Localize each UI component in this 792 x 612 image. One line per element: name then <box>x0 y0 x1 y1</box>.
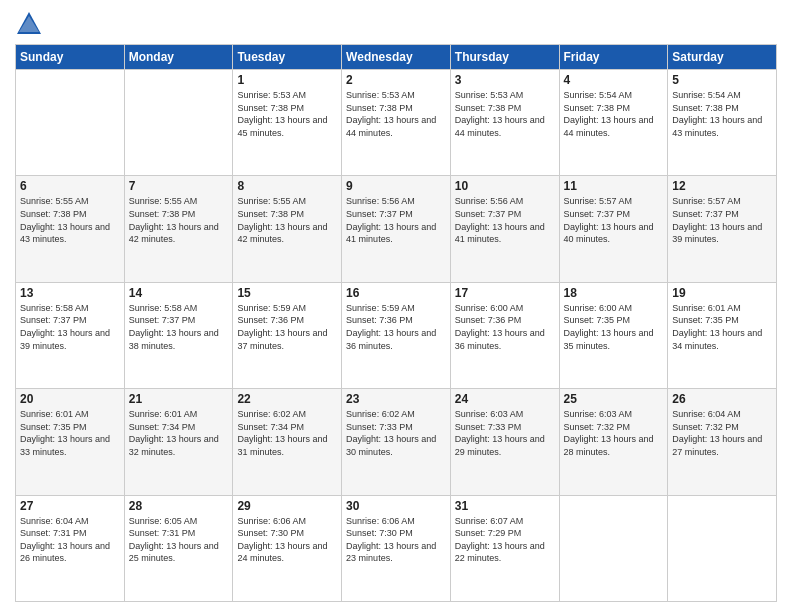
svg-marker-1 <box>19 16 39 32</box>
calendar-cell: 19Sunrise: 6:01 AM Sunset: 7:35 PM Dayli… <box>668 282 777 388</box>
day-number: 11 <box>564 179 664 193</box>
day-info: Sunrise: 6:04 AM Sunset: 7:31 PM Dayligh… <box>20 515 120 565</box>
calendar-cell: 30Sunrise: 6:06 AM Sunset: 7:30 PM Dayli… <box>342 495 451 601</box>
day-info: Sunrise: 6:07 AM Sunset: 7:29 PM Dayligh… <box>455 515 555 565</box>
day-info: Sunrise: 5:58 AM Sunset: 7:37 PM Dayligh… <box>129 302 229 352</box>
day-info: Sunrise: 6:02 AM Sunset: 7:34 PM Dayligh… <box>237 408 337 458</box>
weekday-header: Sunday <box>16 45 125 70</box>
day-number: 24 <box>455 392 555 406</box>
page: SundayMondayTuesdayWednesdayThursdayFrid… <box>0 0 792 612</box>
day-info: Sunrise: 6:02 AM Sunset: 7:33 PM Dayligh… <box>346 408 446 458</box>
calendar-cell: 14Sunrise: 5:58 AM Sunset: 7:37 PM Dayli… <box>124 282 233 388</box>
day-info: Sunrise: 5:58 AM Sunset: 7:37 PM Dayligh… <box>20 302 120 352</box>
calendar-cell: 23Sunrise: 6:02 AM Sunset: 7:33 PM Dayli… <box>342 389 451 495</box>
calendar-cell: 16Sunrise: 5:59 AM Sunset: 7:36 PM Dayli… <box>342 282 451 388</box>
calendar-week-row: 6Sunrise: 5:55 AM Sunset: 7:38 PM Daylig… <box>16 176 777 282</box>
calendar-cell: 25Sunrise: 6:03 AM Sunset: 7:32 PM Dayli… <box>559 389 668 495</box>
calendar-cell: 11Sunrise: 5:57 AM Sunset: 7:37 PM Dayli… <box>559 176 668 282</box>
calendar-cell: 17Sunrise: 6:00 AM Sunset: 7:36 PM Dayli… <box>450 282 559 388</box>
calendar-cell: 27Sunrise: 6:04 AM Sunset: 7:31 PM Dayli… <box>16 495 125 601</box>
day-number: 31 <box>455 499 555 513</box>
calendar-cell: 6Sunrise: 5:55 AM Sunset: 7:38 PM Daylig… <box>16 176 125 282</box>
day-number: 8 <box>237 179 337 193</box>
day-info: Sunrise: 5:54 AM Sunset: 7:38 PM Dayligh… <box>672 89 772 139</box>
calendar-cell <box>559 495 668 601</box>
day-info: Sunrise: 5:55 AM Sunset: 7:38 PM Dayligh… <box>129 195 229 245</box>
calendar-cell: 2Sunrise: 5:53 AM Sunset: 7:38 PM Daylig… <box>342 70 451 176</box>
calendar-cell <box>124 70 233 176</box>
day-info: Sunrise: 5:53 AM Sunset: 7:38 PM Dayligh… <box>455 89 555 139</box>
calendar-cell: 5Sunrise: 5:54 AM Sunset: 7:38 PM Daylig… <box>668 70 777 176</box>
calendar-cell: 24Sunrise: 6:03 AM Sunset: 7:33 PM Dayli… <box>450 389 559 495</box>
day-number: 6 <box>20 179 120 193</box>
logo-icon <box>15 10 43 38</box>
day-number: 13 <box>20 286 120 300</box>
day-number: 12 <box>672 179 772 193</box>
calendar-cell: 3Sunrise: 5:53 AM Sunset: 7:38 PM Daylig… <box>450 70 559 176</box>
calendar-cell: 8Sunrise: 5:55 AM Sunset: 7:38 PM Daylig… <box>233 176 342 282</box>
day-info: Sunrise: 5:59 AM Sunset: 7:36 PM Dayligh… <box>237 302 337 352</box>
day-number: 28 <box>129 499 229 513</box>
day-number: 2 <box>346 73 446 87</box>
calendar-cell: 31Sunrise: 6:07 AM Sunset: 7:29 PM Dayli… <box>450 495 559 601</box>
day-number: 20 <box>20 392 120 406</box>
weekday-header: Monday <box>124 45 233 70</box>
calendar-cell: 4Sunrise: 5:54 AM Sunset: 7:38 PM Daylig… <box>559 70 668 176</box>
day-number: 25 <box>564 392 664 406</box>
day-info: Sunrise: 6:06 AM Sunset: 7:30 PM Dayligh… <box>237 515 337 565</box>
day-info: Sunrise: 5:55 AM Sunset: 7:38 PM Dayligh… <box>237 195 337 245</box>
day-number: 23 <box>346 392 446 406</box>
day-number: 18 <box>564 286 664 300</box>
calendar-cell: 21Sunrise: 6:01 AM Sunset: 7:34 PM Dayli… <box>124 389 233 495</box>
day-info: Sunrise: 6:01 AM Sunset: 7:34 PM Dayligh… <box>129 408 229 458</box>
day-number: 3 <box>455 73 555 87</box>
day-info: Sunrise: 5:53 AM Sunset: 7:38 PM Dayligh… <box>346 89 446 139</box>
day-number: 14 <box>129 286 229 300</box>
day-number: 21 <box>129 392 229 406</box>
calendar-cell: 1Sunrise: 5:53 AM Sunset: 7:38 PM Daylig… <box>233 70 342 176</box>
day-info: Sunrise: 6:01 AM Sunset: 7:35 PM Dayligh… <box>672 302 772 352</box>
calendar-cell <box>16 70 125 176</box>
day-number: 9 <box>346 179 446 193</box>
calendar-cell: 28Sunrise: 6:05 AM Sunset: 7:31 PM Dayli… <box>124 495 233 601</box>
day-number: 29 <box>237 499 337 513</box>
day-number: 1 <box>237 73 337 87</box>
day-info: Sunrise: 5:57 AM Sunset: 7:37 PM Dayligh… <box>564 195 664 245</box>
weekday-header: Wednesday <box>342 45 451 70</box>
weekday-header-row: SundayMondayTuesdayWednesdayThursdayFrid… <box>16 45 777 70</box>
calendar-cell: 29Sunrise: 6:06 AM Sunset: 7:30 PM Dayli… <box>233 495 342 601</box>
header <box>15 10 777 38</box>
day-info: Sunrise: 5:54 AM Sunset: 7:38 PM Dayligh… <box>564 89 664 139</box>
day-info: Sunrise: 6:00 AM Sunset: 7:35 PM Dayligh… <box>564 302 664 352</box>
calendar-cell: 22Sunrise: 6:02 AM Sunset: 7:34 PM Dayli… <box>233 389 342 495</box>
calendar-week-row: 1Sunrise: 5:53 AM Sunset: 7:38 PM Daylig… <box>16 70 777 176</box>
day-number: 4 <box>564 73 664 87</box>
day-info: Sunrise: 5:59 AM Sunset: 7:36 PM Dayligh… <box>346 302 446 352</box>
calendar-week-row: 27Sunrise: 6:04 AM Sunset: 7:31 PM Dayli… <box>16 495 777 601</box>
weekday-header: Tuesday <box>233 45 342 70</box>
calendar-cell: 15Sunrise: 5:59 AM Sunset: 7:36 PM Dayli… <box>233 282 342 388</box>
day-info: Sunrise: 5:56 AM Sunset: 7:37 PM Dayligh… <box>346 195 446 245</box>
calendar-cell: 20Sunrise: 6:01 AM Sunset: 7:35 PM Dayli… <box>16 389 125 495</box>
day-info: Sunrise: 6:03 AM Sunset: 7:33 PM Dayligh… <box>455 408 555 458</box>
day-info: Sunrise: 5:57 AM Sunset: 7:37 PM Dayligh… <box>672 195 772 245</box>
weekday-header: Saturday <box>668 45 777 70</box>
calendar-cell: 26Sunrise: 6:04 AM Sunset: 7:32 PM Dayli… <box>668 389 777 495</box>
calendar-cell <box>668 495 777 601</box>
day-info: Sunrise: 6:00 AM Sunset: 7:36 PM Dayligh… <box>455 302 555 352</box>
day-info: Sunrise: 6:03 AM Sunset: 7:32 PM Dayligh… <box>564 408 664 458</box>
day-info: Sunrise: 5:53 AM Sunset: 7:38 PM Dayligh… <box>237 89 337 139</box>
day-number: 16 <box>346 286 446 300</box>
day-number: 22 <box>237 392 337 406</box>
day-info: Sunrise: 5:55 AM Sunset: 7:38 PM Dayligh… <box>20 195 120 245</box>
calendar-week-row: 13Sunrise: 5:58 AM Sunset: 7:37 PM Dayli… <box>16 282 777 388</box>
calendar-cell: 7Sunrise: 5:55 AM Sunset: 7:38 PM Daylig… <box>124 176 233 282</box>
calendar-cell: 9Sunrise: 5:56 AM Sunset: 7:37 PM Daylig… <box>342 176 451 282</box>
day-info: Sunrise: 6:01 AM Sunset: 7:35 PM Dayligh… <box>20 408 120 458</box>
day-number: 5 <box>672 73 772 87</box>
day-number: 10 <box>455 179 555 193</box>
day-number: 17 <box>455 286 555 300</box>
logo <box>15 10 47 38</box>
calendar-cell: 18Sunrise: 6:00 AM Sunset: 7:35 PM Dayli… <box>559 282 668 388</box>
day-info: Sunrise: 6:05 AM Sunset: 7:31 PM Dayligh… <box>129 515 229 565</box>
